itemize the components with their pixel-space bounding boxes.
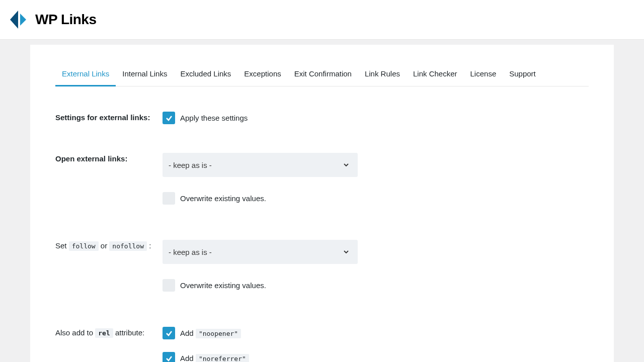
tab-external-links[interactable]: External Links xyxy=(55,62,116,86)
checkbox-apply-settings[interactable] xyxy=(163,112,175,124)
settings-card: External Links Internal Links Excluded L… xyxy=(30,45,614,362)
add-word: Add xyxy=(180,329,194,337)
checkbox-noopener[interactable] xyxy=(163,327,175,339)
colon-text: : xyxy=(149,241,151,250)
tab-excluded-links[interactable]: Excluded Links xyxy=(174,62,237,86)
label-also-rel: Also add to rel attribute: xyxy=(55,327,163,337)
wp-links-logo-icon xyxy=(9,10,29,30)
select-follow-value: - keep as is - xyxy=(169,248,212,256)
tabs: External Links Internal Links Excluded L… xyxy=(55,62,589,86)
set-prefix: Set xyxy=(55,241,67,250)
tab-support[interactable]: Support xyxy=(503,62,542,86)
select-open-external-value: - keep as is - xyxy=(169,161,212,169)
or-text: or xyxy=(101,241,107,250)
tab-link-checker[interactable]: Link Checker xyxy=(407,62,464,86)
tab-exit-confirmation[interactable]: Exit Confirmation xyxy=(288,62,358,86)
checkbox-overwrite-open[interactable] xyxy=(163,192,175,205)
code-noopener: "noopener" xyxy=(196,329,241,338)
tab-license[interactable]: License xyxy=(464,62,503,86)
code-follow: follow xyxy=(69,241,99,251)
label-overwrite-open: Overwrite existing values. xyxy=(180,194,266,203)
label-noreferrer: Add "noreferrer" xyxy=(180,354,249,362)
chevron-down-icon xyxy=(343,161,350,168)
label-overwrite-follow: Overwrite existing values. xyxy=(180,281,266,290)
svg-marker-1 xyxy=(20,14,26,26)
svg-marker-0 xyxy=(10,11,18,29)
attribute-suffix: attribute: xyxy=(115,328,144,337)
checkbox-overwrite-follow[interactable] xyxy=(163,279,175,292)
checkbox-noreferrer[interactable] xyxy=(163,352,175,362)
brand-logo: WP Links xyxy=(9,10,97,30)
brand-name: WP Links xyxy=(35,12,97,28)
label-set-follow: Set follow or nofollow : xyxy=(55,240,163,250)
tab-exceptions[interactable]: Exceptions xyxy=(237,62,287,86)
chevron-down-icon xyxy=(343,248,350,255)
settings-area: Settings for external links: Apply these… xyxy=(55,86,589,362)
select-open-external[interactable]: - keep as is - xyxy=(163,153,358,177)
label-apply-settings: Apply these settings xyxy=(180,114,248,122)
code-nofollow: nofollow xyxy=(109,241,147,251)
code-noreferrer: "noreferrer" xyxy=(196,354,249,362)
label-noopener: Add "noopener" xyxy=(180,329,241,337)
code-rel: rel xyxy=(95,328,113,338)
label-open-external: Open external links: xyxy=(55,153,163,163)
tab-internal-links[interactable]: Internal Links xyxy=(116,62,174,86)
tab-link-rules[interactable]: Link Rules xyxy=(358,62,407,86)
top-bar: WP Links xyxy=(0,0,644,40)
also-add-prefix: Also add to xyxy=(55,328,93,337)
add-word: Add xyxy=(180,354,194,362)
label-external-settings: Settings for external links: xyxy=(55,112,163,122)
select-follow[interactable]: - keep as is - xyxy=(163,240,358,264)
